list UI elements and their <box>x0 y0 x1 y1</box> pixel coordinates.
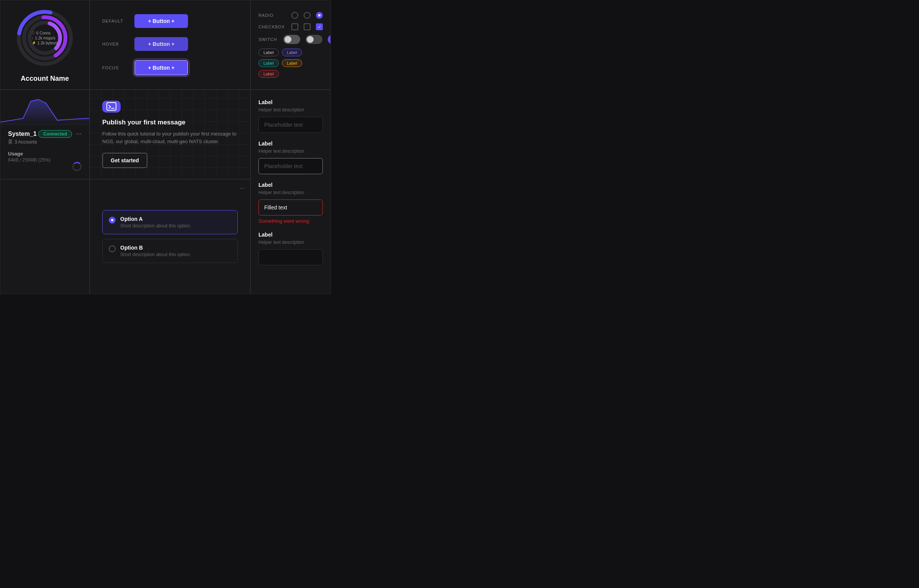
checkbox-off-1[interactable] <box>291 23 298 30</box>
option-card-b[interactable]: Option B Short description about this op… <box>102 239 238 263</box>
checkbox-checked[interactable]: ✓ <box>316 23 323 30</box>
form-helper-2: Helper text description <box>258 149 323 154</box>
button-row-hover: HOVER + Button + <box>102 37 238 51</box>
publish-icon <box>102 101 121 113</box>
badge-orange[interactable]: Label <box>282 59 302 67</box>
usage-label: Usage <box>8 151 82 157</box>
system-chart <box>0 90 89 124</box>
checkbox-group: ✓ <box>291 23 323 30</box>
gauge-stat-bytes: ⚡ 1.2k bytes/s <box>32 41 58 45</box>
publish-desc: Follow this quick tutorial to your publi… <box>102 130 238 145</box>
form-label-2: Label <box>258 140 323 147</box>
account-name: Account Name <box>21 75 69 83</box>
accounts-count: 3 Accounts <box>15 139 37 145</box>
form-label-3: Label <box>258 182 323 188</box>
form-input-1[interactable] <box>258 117 323 133</box>
option-desc-a: Short description about this option. <box>120 223 191 229</box>
button-label-hover: HOVER <box>102 42 125 46</box>
get-started-button[interactable]: Get started <box>102 153 147 168</box>
form-group-4: Label Helper text description <box>258 232 323 265</box>
system-accounts: 🗄 3 Accounts <box>8 139 82 145</box>
gauge-panel: ⬡ 6 Conns ↕ 1.2k msgs/s ⚡ 1.2k bytes/s A… <box>0 0 90 90</box>
forms-panel: Label Helper text description Label Help… <box>250 90 331 294</box>
form-label-4: Label <box>258 232 323 238</box>
checkbox-row: CHECKBOX ✓ <box>258 23 323 30</box>
system-panel: System_1 Connected ··· 🗄 3 Accounts Usag… <box>0 90 90 179</box>
option-content-b: Option B Short description about this op… <box>120 245 191 257</box>
gauge-chart: ⬡ 6 Conns ↕ 1.2k msgs/s ⚡ 1.2k bytes/s <box>14 7 75 69</box>
switch-off-dark[interactable] <box>283 35 300 44</box>
form-input-4[interactable] <box>258 249 323 265</box>
options-panel: Option A Short description about this op… <box>90 179 250 294</box>
publish-title: Publish your first message <box>102 119 238 126</box>
option-title-b: Option B <box>120 245 191 251</box>
msgs-icon: ↕ <box>32 36 34 40</box>
badge-red[interactable]: Label <box>258 70 279 78</box>
form-input-3[interactable] <box>258 199 323 216</box>
radio-off-1[interactable] <box>291 12 298 19</box>
button-focus[interactable]: + Button + <box>134 60 188 75</box>
more-button[interactable]: ··· <box>76 130 82 138</box>
radio-label: RADIO <box>258 13 285 18</box>
switch-label: SWITCH <box>258 37 277 42</box>
radio-selected[interactable] <box>316 12 323 19</box>
switch-group <box>283 35 331 44</box>
system-name-right: Connected ··· <box>38 130 82 138</box>
button-label-default: DEFAULT <box>102 19 125 23</box>
button-label-focus: FOCUS <box>102 65 125 70</box>
button-row-focus: FOCUS + Button + <box>102 60 238 75</box>
terminal-icon <box>106 101 117 112</box>
loading-spinner <box>72 162 82 171</box>
badge-teal[interactable]: Label <box>258 59 279 67</box>
gauge-center-info: ⬡ 6 Conns ↕ 1.2k msgs/s ⚡ 1.2k bytes/s <box>32 31 58 45</box>
bytes-icon: ⚡ <box>32 41 36 45</box>
option-title-a: Option A <box>120 216 191 222</box>
switch-row: SWITCH <box>258 35 323 44</box>
radio-group <box>291 12 323 19</box>
form-group-3: Label Helper text description Something … <box>258 182 323 224</box>
switch-off-light[interactable] <box>306 35 322 44</box>
accounts-icon: 🗄 <box>8 139 13 145</box>
option-card-a[interactable]: Option A Short description about this op… <box>102 210 238 234</box>
form-label-1: Label <box>258 99 323 105</box>
option-radio-a <box>109 217 116 224</box>
button-hover[interactable]: + Button + <box>134 37 188 51</box>
connected-badge: Connected <box>38 130 72 138</box>
option-radio-b <box>109 245 116 252</box>
label-badges: Label Label Label Label Label <box>258 49 323 78</box>
system-name: System_1 <box>8 131 37 137</box>
form-helper-4: Helper text description <box>258 240 323 245</box>
button-default[interactable]: + Button + <box>134 14 188 28</box>
empty-panel <box>0 179 90 294</box>
form-error-3: Something went wrong <box>258 218 323 224</box>
controls-panel: RADIO CHECKBOX ✓ SWITCH <box>250 0 331 90</box>
usage-value: 64kB / 256MB (25%) <box>8 157 82 163</box>
switch-on[interactable] <box>328 35 331 44</box>
button-row-default: DEFAULT + Button + <box>102 14 238 28</box>
option-content-a: Option A Short description about this op… <box>120 216 191 229</box>
form-group-2: Label Helper text description <box>258 140 323 174</box>
gauge-stat-msgs: ↕ 1.2k msgs/s <box>32 36 58 40</box>
option-desc-b: Short description about this option. <box>120 252 191 257</box>
badge-blue[interactable]: Label <box>282 49 302 56</box>
form-group-1: Label Helper text description <box>258 99 323 133</box>
form-helper-3: Helper text description <box>258 190 323 195</box>
form-input-2[interactable] <box>258 158 323 174</box>
radio-row: RADIO <box>258 12 323 19</box>
option-a-more[interactable]: ··· <box>240 185 245 192</box>
checkbox-label: CHECKBOX <box>258 24 285 29</box>
form-helper-1: Helper text description <box>258 107 323 113</box>
checkbox-off-2[interactable] <box>304 23 311 30</box>
badge-default[interactable]: Label <box>258 49 279 56</box>
publish-panel: Publish your first message Follow this q… <box>90 90 250 179</box>
svg-rect-6 <box>107 103 116 110</box>
system-name-row: System_1 Connected ··· <box>8 130 82 138</box>
gauge-stat-conns: ⬡ 6 Conns <box>32 31 58 35</box>
radio-off-2[interactable] <box>304 12 311 19</box>
buttons-panel: DEFAULT + Button + HOVER + Button + FOCU… <box>90 0 250 90</box>
system-chart-svg <box>0 90 89 124</box>
usage-section: Usage 64kB / 256MB (25%) <box>8 151 82 163</box>
conns-icon: ⬡ <box>32 31 35 35</box>
